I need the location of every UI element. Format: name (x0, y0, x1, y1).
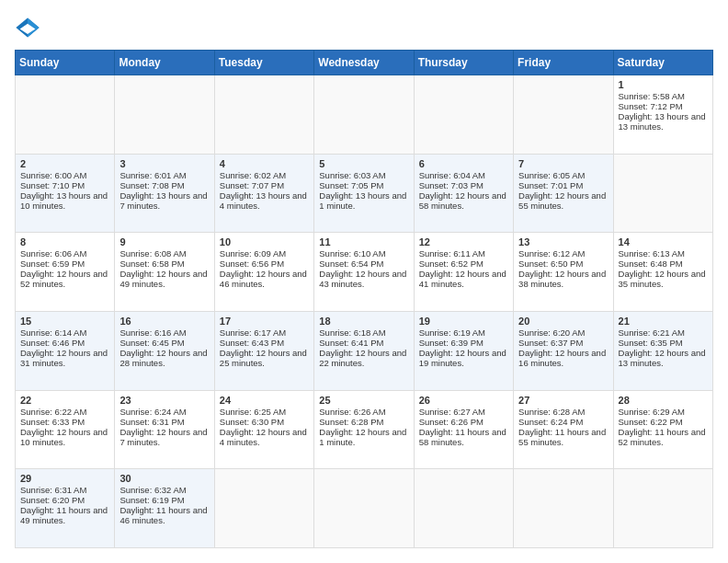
calendar-cell: 21Sunrise: 6:21 AMSunset: 6:35 PMDayligh… (613, 311, 712, 390)
sunrise-text: Sunrise: 6:27 AM (419, 407, 485, 417)
calendar-cell: 11Sunrise: 6:10 AMSunset: 6:54 PMDayligh… (314, 233, 414, 312)
daylight-text: Daylight: 12 hours and 13 minutes. (619, 348, 706, 368)
day-of-week-header: Thursday (414, 51, 513, 75)
sunset-text: Sunset: 6:33 PM (20, 417, 85, 427)
empty-cell (214, 469, 313, 548)
sunset-text: Sunset: 6:56 PM (220, 259, 284, 269)
day-number: 1 (619, 79, 708, 90)
sunset-text: Sunset: 6:19 PM (119, 495, 184, 505)
calendar-cell: 9Sunrise: 6:08 AMSunset: 6:58 PMDaylight… (115, 233, 214, 312)
day-number: 12 (419, 236, 508, 247)
daylight-text: Daylight: 12 hours and 52 minutes. (20, 269, 108, 289)
day-of-week-header: Monday (115, 51, 214, 75)
empty-cell (16, 75, 115, 155)
daylight-text: Daylight: 12 hours and 4 minutes. (220, 427, 307, 447)
sunrise-text: Sunrise: 6:21 AM (619, 327, 685, 338)
calendar-week-row: 8Sunrise: 6:06 AMSunset: 6:59 PMDaylight… (16, 233, 713, 312)
empty-cell (214, 75, 313, 155)
calendar-week-row: 29Sunrise: 6:31 AMSunset: 6:20 PMDayligh… (16, 469, 713, 548)
sunset-text: Sunset: 6:58 PM (119, 259, 184, 269)
calendar-cell: 3Sunrise: 6:01 AMSunset: 7:08 PMDaylight… (115, 154, 214, 233)
day-number: 23 (119, 395, 209, 406)
sunrise-text: Sunrise: 6:08 AM (119, 248, 186, 259)
calendar-cell: 29Sunrise: 6:31 AMSunset: 6:20 PMDayligh… (16, 469, 115, 548)
day-number: 25 (319, 395, 408, 406)
day-of-week-header: Wednesday (314, 51, 414, 75)
calendar-cell: 22Sunrise: 6:22 AMSunset: 6:33 PMDayligh… (16, 390, 115, 469)
day-number: 28 (619, 395, 708, 406)
sunrise-text: Sunrise: 6:18 AM (319, 327, 385, 338)
sunrise-text: Sunrise: 6:05 AM (518, 170, 585, 180)
sunset-text: Sunset: 7:05 PM (319, 180, 383, 190)
calendar-cell: 10Sunrise: 6:09 AMSunset: 6:56 PMDayligh… (214, 233, 313, 312)
empty-cell (613, 154, 712, 233)
sunset-text: Sunset: 7:07 PM (220, 180, 284, 190)
calendar-table: SundayMondayTuesdayWednesdayThursdayFrid… (15, 50, 713, 548)
calendar-page: SundayMondayTuesdayWednesdayThursdayFrid… (0, 0, 728, 563)
daylight-text: Daylight: 12 hours and 49 minutes. (119, 269, 207, 289)
sunset-text: Sunset: 6:20 PM (20, 495, 85, 505)
sunset-text: Sunset: 6:28 PM (319, 417, 383, 427)
day-number: 24 (220, 395, 309, 406)
sunrise-text: Sunrise: 6:04 AM (419, 170, 485, 180)
calendar-cell: 7Sunrise: 6:05 AMSunset: 7:01 PMDaylight… (514, 154, 613, 233)
calendar-cell: 30Sunrise: 6:32 AMSunset: 6:19 PMDayligh… (115, 469, 214, 548)
calendar-cell: 25Sunrise: 6:26 AMSunset: 6:28 PMDayligh… (314, 390, 414, 469)
sunrise-text: Sunrise: 6:12 AM (518, 248, 585, 259)
logo (15, 15, 44, 40)
sunset-text: Sunset: 6:22 PM (619, 417, 683, 427)
daylight-text: Daylight: 13 hours and 7 minutes. (119, 190, 207, 211)
daylight-text: Daylight: 12 hours and 31 minutes. (20, 348, 108, 368)
daylight-text: Daylight: 12 hours and 28 minutes. (119, 348, 207, 368)
empty-cell (514, 469, 613, 548)
day-number: 13 (518, 236, 608, 247)
calendar-cell: 12Sunrise: 6:11 AMSunset: 6:52 PMDayligh… (414, 233, 513, 312)
sunset-text: Sunset: 7:03 PM (419, 180, 483, 190)
calendar-cell: 20Sunrise: 6:20 AMSunset: 6:37 PMDayligh… (514, 311, 613, 390)
sunrise-text: Sunrise: 6:13 AM (619, 248, 685, 259)
sunrise-text: Sunrise: 6:11 AM (419, 248, 485, 259)
sunset-text: Sunset: 6:48 PM (619, 259, 683, 269)
daylight-text: Daylight: 12 hours and 1 minute. (319, 427, 406, 447)
daylight-text: Daylight: 13 hours and 4 minutes. (220, 190, 307, 211)
daylight-text: Daylight: 12 hours and 7 minutes. (119, 427, 207, 447)
sunrise-text: Sunrise: 6:31 AM (20, 485, 86, 495)
day-number: 19 (419, 316, 508, 327)
sunrise-text: Sunrise: 6:02 AM (220, 170, 286, 180)
daylight-text: Daylight: 12 hours and 22 minutes. (319, 348, 406, 368)
calendar-cell: 2Sunrise: 6:00 AMSunset: 7:10 PMDaylight… (16, 154, 115, 233)
sunset-text: Sunset: 6:31 PM (119, 417, 184, 427)
sunset-text: Sunset: 6:26 PM (419, 417, 483, 427)
sunset-text: Sunset: 6:24 PM (518, 417, 583, 427)
daylight-text: Daylight: 13 hours and 1 minute. (319, 190, 406, 211)
day-number: 17 (220, 316, 309, 327)
calendar-cell: 5Sunrise: 6:03 AMSunset: 7:05 PMDaylight… (314, 154, 414, 233)
daylight-text: Daylight: 12 hours and 58 minutes. (419, 190, 506, 211)
sunset-text: Sunset: 6:46 PM (20, 338, 85, 348)
daylight-text: Daylight: 12 hours and 10 minutes. (20, 427, 108, 447)
day-number: 29 (20, 473, 109, 484)
calendar-cell: 6Sunrise: 6:04 AMSunset: 7:03 PMDaylight… (414, 154, 513, 233)
day-number: 4 (220, 158, 309, 169)
day-number: 3 (119, 158, 209, 169)
empty-cell (314, 75, 414, 155)
daylight-text: Daylight: 12 hours and 16 minutes. (518, 348, 606, 368)
calendar-cell: 24Sunrise: 6:25 AMSunset: 6:30 PMDayligh… (214, 390, 313, 469)
daylight-text: Daylight: 11 hours and 55 minutes. (518, 427, 606, 447)
calendar-cell: 28Sunrise: 6:29 AMSunset: 6:22 PMDayligh… (613, 390, 712, 469)
daylight-text: Daylight: 11 hours and 52 minutes. (619, 427, 706, 447)
day-number: 30 (119, 473, 209, 484)
sunset-text: Sunset: 7:08 PM (119, 180, 184, 190)
empty-cell (414, 75, 513, 155)
sunset-text: Sunset: 6:52 PM (419, 259, 483, 269)
day-number: 7 (518, 158, 608, 169)
empty-cell (314, 469, 414, 548)
sunset-text: Sunset: 7:01 PM (518, 180, 583, 190)
daylight-text: Daylight: 12 hours and 55 minutes. (518, 190, 606, 211)
day-number: 8 (20, 236, 109, 247)
sunrise-text: Sunrise: 6:25 AM (220, 407, 286, 417)
logo-icon (15, 15, 40, 40)
daylight-text: Daylight: 12 hours and 19 minutes. (419, 348, 506, 368)
daylight-text: Daylight: 13 hours and 13 minutes. (619, 111, 706, 132)
header (15, 15, 713, 40)
